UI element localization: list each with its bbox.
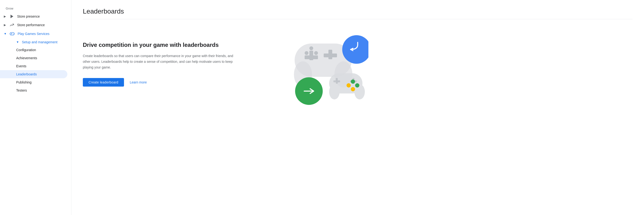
svg-point-21 xyxy=(329,84,340,99)
sidebar-item-label-store-performance: Store performance xyxy=(17,23,45,27)
chevron-down-icon-sub: ▼ xyxy=(16,40,20,44)
chevron-icon: ▶ xyxy=(4,23,8,27)
svg-point-11 xyxy=(305,51,308,55)
main-content: Leaderboards Drive competition in your g… xyxy=(72,0,644,215)
sidebar-item-store-performance[interactable]: ▶ Store performance xyxy=(0,21,67,29)
svg-point-12 xyxy=(310,46,313,50)
page-title: Leaderboards xyxy=(83,7,632,15)
gamepad-icon xyxy=(10,31,15,36)
sidebar-item-label-play-games-services: Play Games Services xyxy=(18,32,50,36)
svg-rect-16 xyxy=(324,53,337,57)
learn-more-link[interactable]: Learn more xyxy=(130,80,147,84)
sidebar: Grow ▶ Store presence ▶ Store performanc… xyxy=(0,0,72,215)
sidebar-item-events[interactable]: Events xyxy=(0,62,67,70)
svg-point-32 xyxy=(355,83,359,87)
content-heading: Drive competition in your game with lead… xyxy=(83,41,238,48)
page-divider xyxy=(83,19,632,19)
svg-point-10 xyxy=(314,51,318,55)
sidebar-item-configuration[interactable]: Configuration xyxy=(0,46,67,54)
svg-point-31 xyxy=(351,79,355,84)
sidebar-item-testers[interactable]: Testers xyxy=(0,86,67,94)
svg-point-33 xyxy=(346,83,351,87)
sidebar-item-store-presence[interactable]: ▶ Store presence xyxy=(0,12,67,21)
svg-rect-24 xyxy=(334,80,340,82)
chevron-down-icon: ▼ xyxy=(4,32,8,35)
action-buttons: Create leaderboard Learn more xyxy=(83,78,238,87)
content-left: Drive competition in your game with lead… xyxy=(83,27,238,87)
sidebar-item-leaderboards[interactable]: Leaderboards xyxy=(0,70,67,78)
sidebar-item-publishing[interactable]: Publishing xyxy=(0,78,67,86)
illustration xyxy=(283,22,368,113)
chevron-icon: ▶ xyxy=(4,15,8,18)
sidebar-item-label-store-presence: Store presence xyxy=(17,14,40,18)
svg-point-5 xyxy=(13,34,14,34)
svg-point-34 xyxy=(351,87,355,91)
trending-icon xyxy=(10,22,14,27)
content-description: Create leaderboards so that users can co… xyxy=(83,53,238,70)
svg-point-4 xyxy=(12,33,13,34)
play-icon xyxy=(10,14,14,19)
sidebar-sub-section-label: Setup and management xyxy=(22,40,57,44)
sidebar-item-setup-management[interactable]: ▼ Setup and management xyxy=(12,38,67,46)
sidebar-item-achievements[interactable]: Achievements xyxy=(0,54,67,62)
sidebar-section-grow: Grow xyxy=(0,5,71,12)
svg-rect-14 xyxy=(305,55,318,59)
svg-marker-0 xyxy=(10,15,13,18)
create-leaderboard-button[interactable]: Create leaderboard xyxy=(83,78,124,87)
sidebar-item-play-games-services[interactable]: ▼ Play Games Services xyxy=(0,29,67,38)
content-area: Drive competition in your game with lead… xyxy=(83,27,368,113)
svg-rect-1 xyxy=(10,32,14,35)
